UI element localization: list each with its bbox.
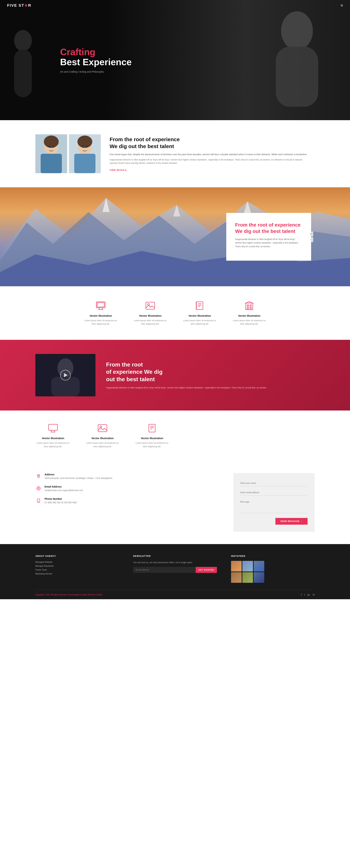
svg-rect-34 xyxy=(197,302,203,310)
insta-thumb-5[interactable] xyxy=(242,572,253,583)
send-message-button[interactable]: SEND MESSAGE → xyxy=(275,518,308,525)
svg-point-6 xyxy=(44,135,59,148)
footer-brand-link[interactable]: colorlib xyxy=(96,594,102,596)
svg-rect-42 xyxy=(250,305,251,306)
about-text: From the root of experience We dig out t… xyxy=(110,136,315,172)
mountain-card-desc: Inappropriate behavior is often laughed … xyxy=(235,238,302,248)
mountain-nav-up[interactable]: + xyxy=(308,231,313,237)
hero-breadcrumb: Art and Crafting / Acting and Philosophy xyxy=(60,70,132,73)
hero-background: FIVE ST★R ≡ Crafting Best Experience Art… xyxy=(0,0,350,120)
insta-thumb-4[interactable] xyxy=(231,572,242,583)
insta-thumb-2[interactable] xyxy=(242,561,253,571)
contact-form: SEND MESSAGE → xyxy=(233,473,315,532)
svg-rect-3 xyxy=(276,46,318,107)
phone-label: Phone Number xyxy=(45,497,77,500)
newsletter-input[interactable] xyxy=(133,567,196,573)
svg-point-14 xyxy=(78,135,92,148)
mountain-navigation: + - xyxy=(308,231,313,242)
icon-desc-3: Lorem ipsum dolor sit ametcons ec tetur … xyxy=(182,319,217,326)
three-icon-desc-1: Lorem ipsum dolor sit ametcons ec tetur … xyxy=(35,441,71,448)
footer-link-2[interactable]: Manage Reputation xyxy=(35,565,119,567)
three-icon-title-3: Vector Illustration xyxy=(134,437,170,440)
insta-thumb-6[interactable] xyxy=(254,572,264,583)
icon-title-3: Vector Illustration xyxy=(182,314,217,317)
three-icon-item-2: Vector Illustration Lorem ipsum dolor si… xyxy=(85,423,120,448)
hamburger-menu[interactable]: ≡ xyxy=(341,3,343,8)
about-image-2 xyxy=(69,134,101,173)
svg-rect-53 xyxy=(98,425,107,432)
footer-link-3[interactable]: Power Tools xyxy=(35,569,119,571)
svg-rect-41 xyxy=(247,305,249,306)
mountain-section: From the root of experience We dig out t… xyxy=(0,187,350,286)
footer-link-1[interactable]: Managed Website xyxy=(35,561,119,563)
svg-line-51 xyxy=(54,430,55,432)
googleplus-icon[interactable]: g+ xyxy=(308,593,310,596)
email-value: info@domain.com support@domain.com xyxy=(45,489,83,492)
icon-desc-4: Lorem ipsum dolor sit ametcons ec tetur … xyxy=(232,319,267,326)
linkedin-icon[interactable]: in xyxy=(313,593,315,596)
icon-title-4: Vector Illustration xyxy=(232,314,267,317)
mountain-nav-down[interactable]: - xyxy=(308,237,313,242)
footer-copyright: Copyright © 2017 All rights reserved | T… xyxy=(35,594,102,596)
monitor-icon xyxy=(96,301,106,310)
svg-point-61 xyxy=(38,488,39,489)
three-icon-box-3 xyxy=(146,423,158,433)
icon-item-1: Vector Illustration Lorem ipsum dolor si… xyxy=(83,301,118,326)
hero-title-line1: Crafting xyxy=(60,47,132,57)
three-icon-item-1: Vector Illustration Lorem ipsum dolor si… xyxy=(35,423,71,448)
email-icon xyxy=(35,485,42,492)
form-name-input[interactable] xyxy=(240,480,308,486)
footer-link-4[interactable]: Marketing Service xyxy=(35,572,119,575)
svg-rect-39 xyxy=(246,303,253,310)
footer-social: f t g+ in xyxy=(301,593,315,596)
three-monitor-icon xyxy=(48,424,58,433)
svg-line-29 xyxy=(102,308,103,310)
icon-desc-2: Lorem ipsum dolor sit ametcons ec tetur … xyxy=(133,319,168,326)
contact-email-text: Email Address info@domain.com support@do… xyxy=(45,485,83,492)
facebook-icon[interactable]: f xyxy=(301,593,302,596)
form-message-textarea[interactable] xyxy=(240,499,308,513)
play-button[interactable] xyxy=(60,370,71,380)
three-icons-section: Vector Illustration Lorem ipsum dolor si… xyxy=(0,410,350,461)
instagram-grid xyxy=(231,561,315,583)
svg-point-2 xyxy=(281,11,313,50)
svg-point-10 xyxy=(48,146,50,147)
contact-info: Address 1826 joslinpath, west dharmond, … xyxy=(35,473,223,510)
site-logo: FIVE ST★R xyxy=(7,3,31,8)
contact-phone-text: Phone Number 02 4892 982 492 02 020 085 … xyxy=(45,497,77,504)
mountain-card: From the root of experience We dig out t… xyxy=(226,213,311,261)
address-value: 1826 joslinpath, west dharmond, sandkoge… xyxy=(45,476,112,480)
email-label: Email Address xyxy=(45,485,83,488)
pink-section-title: From the root of experience We dig out t… xyxy=(106,361,267,383)
play-triangle xyxy=(64,373,67,377)
footer-newsletter-desc: You can trust us, we only send promo off… xyxy=(133,561,217,564)
insta-thumb-1[interactable] xyxy=(231,561,242,571)
svg-rect-7 xyxy=(41,154,62,173)
icon-box-4 xyxy=(243,301,256,311)
about-image-1 xyxy=(35,134,67,173)
video-thumbnail[interactable] xyxy=(35,354,95,396)
building-icon xyxy=(244,301,254,310)
view-details-link[interactable]: VIEW DETAILS xyxy=(110,169,126,172)
contact-phone-item: Phone Number 02 4892 982 492 02 020 085 … xyxy=(35,497,223,504)
icon-desc-1: Lorem ipsum dolor sit ametcons ec tetur … xyxy=(83,319,118,326)
insta-thumb-3[interactable] xyxy=(254,561,264,571)
pink-section: From the root of experience We dig out t… xyxy=(0,340,350,410)
three-icon-title-1: Vector Illustration xyxy=(35,437,71,440)
hero-content: Crafting Best Experience Art and Craftin… xyxy=(0,47,132,73)
twitter-icon[interactable]: t xyxy=(304,593,305,596)
phone-value: 02 4892 982 492 02 020 085 4581 xyxy=(45,501,77,504)
svg-rect-55 xyxy=(149,424,155,432)
about-description-2: Inappropriate behavior is often laughed … xyxy=(110,158,315,165)
about-description-1: Few would argue that, despite the advanc… xyxy=(110,153,315,156)
about-person-illustration-2 xyxy=(69,134,101,173)
pink-section-desc: Inappropriate behavior is often laughed … xyxy=(106,386,267,390)
address-label: Address xyxy=(45,473,112,476)
address-icon xyxy=(35,473,42,479)
newsletter-button[interactable]: GET STARTED xyxy=(196,567,217,573)
svg-rect-38 xyxy=(196,302,197,310)
three-icon-title-2: Vector Illustration xyxy=(85,437,120,440)
about-images xyxy=(35,134,101,173)
footer-instagram-col: INSTAFEED xyxy=(231,555,315,583)
form-email-input[interactable] xyxy=(240,490,308,496)
